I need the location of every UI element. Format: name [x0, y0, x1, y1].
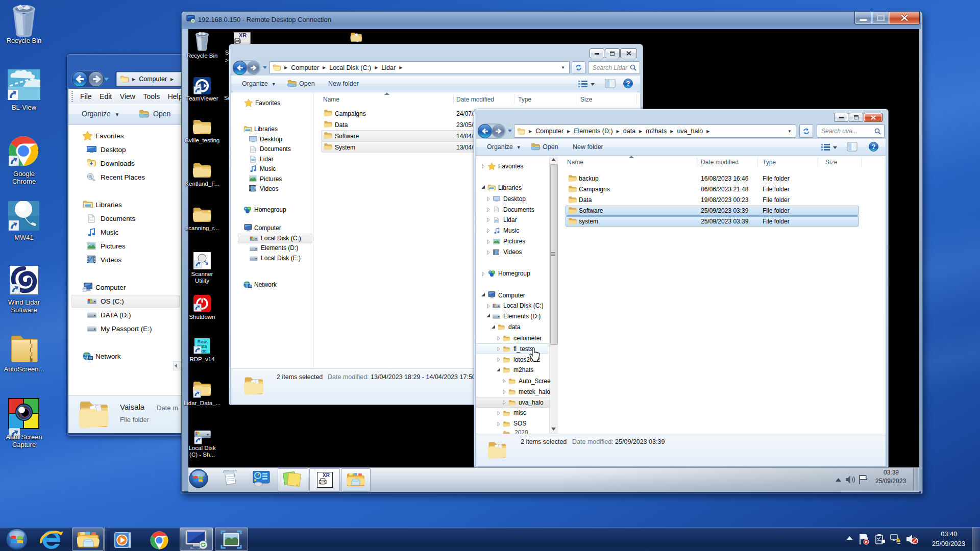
svg-text:?: ? [626, 80, 630, 87]
svg-text:?: ? [872, 143, 876, 151]
